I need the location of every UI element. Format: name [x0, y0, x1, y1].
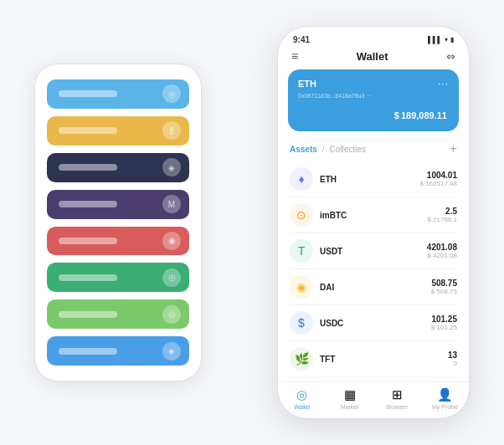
- bottom-nav: ◎Wallet▦Market⊞Browser👤My Profile: [278, 381, 469, 418]
- signal-icon: ▌▌▌: [428, 36, 442, 43]
- asset-list: ♦ETH1004.01$ 162517.48⊙imBTC2.5$ 21760.1…: [278, 161, 469, 381]
- asset-amounts-usdt: 4201.08$ 4201.08: [427, 243, 457, 259]
- status-time: 9:41: [293, 35, 310, 44]
- nav-icon-wallet: ◎: [296, 387, 307, 402]
- currency-symbol: $: [394, 110, 399, 120]
- back-phone: ◎₿◈M◉◎◎◈: [34, 64, 202, 381]
- asset-item-tft[interactable]: 🌿TFT130: [290, 341, 457, 377]
- asset-name-eth: ETH: [320, 175, 420, 184]
- assets-tabs: Assets / Collecties: [290, 145, 366, 154]
- nav-icon-market: ▦: [344, 387, 356, 402]
- scene: ◎₿◈M◉◎◎◈ 9:41 ▌▌▌ ▾ ▮ ≡ Wallet ⇔ ETH ···…: [18, 18, 486, 427]
- wallet-card-7[interactable]: ◈: [47, 336, 189, 366]
- nav-icon-browser: ⊞: [392, 387, 403, 402]
- eth-card[interactable]: ETH ··· 0x08711d3b...8418a78u3 ··· $189,…: [288, 69, 459, 131]
- tab-assets[interactable]: Assets: [290, 145, 317, 154]
- eth-card-address: 0x08711d3b...8418a78u3 ···: [298, 93, 449, 99]
- asset-item-dai[interactable]: ◉DAI508.75$ 508.75: [290, 269, 457, 305]
- wallet-card-0[interactable]: ◎: [47, 79, 189, 109]
- front-phone: 9:41 ▌▌▌ ▾ ▮ ≡ Wallet ⇔ ETH ··· 0x08711d…: [277, 26, 470, 419]
- status-icons: ▌▌▌ ▾ ▮: [428, 36, 454, 43]
- assets-header: Assets / Collecties +: [278, 138, 469, 161]
- nav-item-browser[interactable]: ⊞Browser: [373, 387, 421, 410]
- asset-name-usdt: USDT: [320, 247, 427, 256]
- nav-label-my-profile: My Profile: [432, 404, 458, 410]
- asset-amounts-usdc: 101.25$ 101.25: [431, 315, 457, 331]
- eth-card-name: ETH: [298, 79, 316, 89]
- wallet-card-6[interactable]: ◎: [47, 299, 189, 329]
- status-bar: 9:41 ▌▌▌ ▾ ▮: [278, 27, 469, 48]
- asset-amounts-eth: 1004.01$ 162517.48: [420, 171, 458, 187]
- nav-item-my-profile[interactable]: 👤My Profile: [421, 387, 469, 410]
- eth-card-menu[interactable]: ···: [438, 78, 449, 90]
- asset-name-imbtc: imBTC: [320, 211, 427, 220]
- asset-name-tft: TFT: [320, 355, 448, 364]
- eth-card-balance: $189,089.11: [298, 104, 449, 123]
- nav-label-browser: Browser: [387, 404, 409, 410]
- add-asset-button[interactable]: +: [450, 141, 457, 156]
- tab-separator: /: [322, 145, 325, 154]
- wallet-card-5[interactable]: ◎: [47, 263, 189, 292]
- asset-amounts-imbtc: 2.5$ 21760.1: [427, 207, 457, 223]
- wifi-icon: ▾: [445, 36, 448, 43]
- asset-name-usdc: USDC: [320, 319, 431, 328]
- asset-amounts-dai: 508.75$ 508.75: [431, 279, 457, 295]
- asset-item-imbtc[interactable]: ⊙imBTC2.5$ 21760.1: [290, 197, 457, 233]
- asset-item-eth[interactable]: ♦ETH1004.01$ 162517.48: [290, 161, 457, 197]
- page-title: Wallet: [357, 50, 388, 63]
- asset-name-dai: DAI: [320, 283, 431, 292]
- scan-icon[interactable]: ⇔: [446, 50, 455, 63]
- wallet-card-4[interactable]: ◉: [47, 227, 189, 256]
- phone-header: ≡ Wallet ⇔: [278, 48, 469, 69]
- asset-item-usdc[interactable]: $USDC101.25$ 101.25: [290, 305, 457, 341]
- battery-icon: ▮: [450, 36, 454, 43]
- nav-item-market[interactable]: ▦Market: [326, 387, 373, 410]
- nav-icon-my-profile: 👤: [437, 387, 453, 402]
- asset-item-usdt[interactable]: TUSDT4201.08$ 4201.08: [290, 233, 457, 269]
- asset-amounts-tft: 130: [448, 350, 457, 367]
- wallet-card-3[interactable]: M: [47, 190, 189, 219]
- nav-label-market: Market: [341, 404, 358, 410]
- menu-icon[interactable]: ≡: [291, 49, 298, 63]
- wallet-card-2[interactable]: ◈: [47, 153, 189, 182]
- wallet-card-1[interactable]: ₿: [47, 116, 189, 146]
- nav-item-wallet[interactable]: ◎Wallet: [278, 387, 326, 410]
- nav-label-wallet: Wallet: [294, 404, 310, 410]
- tab-collecties[interactable]: Collecties: [330, 145, 366, 154]
